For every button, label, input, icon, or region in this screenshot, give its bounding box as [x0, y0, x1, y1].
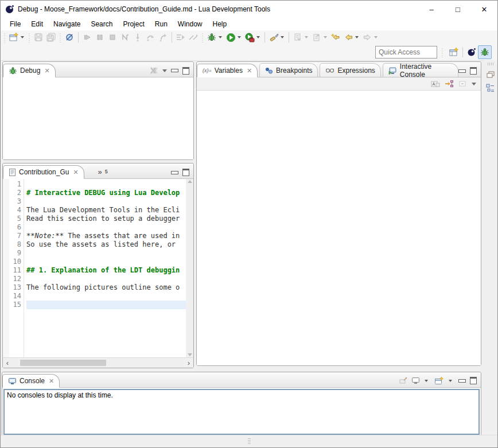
- menu-navigate[interactable]: Navigate: [49, 19, 85, 29]
- forward-button[interactable]: [361, 31, 374, 44]
- editor-overflow-chevron[interactable]: »5: [84, 165, 113, 178]
- console-content[interactable]: No consoles to display at this time.: [3, 389, 480, 435]
- editor-text-area[interactable]: # Interactive DEBUG using Lua Develop Th…: [24, 179, 186, 357]
- mark-occurrences-dropdown[interactable]: [281, 36, 284, 38]
- editor-line[interactable]: **Note:** The assets that are used in: [26, 232, 186, 240]
- scroll-up-icon[interactable]: [188, 180, 192, 183]
- resume-button[interactable]: [81, 31, 94, 44]
- view-menu-icon[interactable]: [162, 69, 167, 72]
- suspend-button[interactable]: [94, 31, 106, 44]
- editor-line[interactable]: So use the assets as listed here, or: [26, 240, 186, 249]
- horizontal-scrollbar[interactable]: ‹ ›: [3, 357, 193, 368]
- vertical-scrollbar[interactable]: [186, 179, 193, 357]
- minimize-window-button[interactable]: –: [418, 1, 445, 18]
- editor-line[interactable]: The following pictures outline some o: [26, 283, 186, 292]
- menu-window[interactable]: Window: [173, 19, 207, 29]
- maximize-view-icon[interactable]: [182, 67, 189, 75]
- close-tab-icon[interactable]: ✕: [73, 169, 78, 176]
- run-button[interactable]: [224, 31, 237, 44]
- external-tools-button[interactable]: [243, 31, 256, 44]
- step-into-button[interactable]: [131, 31, 144, 44]
- lua-perspective-button[interactable]: [465, 46, 478, 59]
- debug-perspective-button[interactable]: [478, 45, 492, 59]
- show-logical-structure-icon[interactable]: [445, 80, 454, 88]
- close-tab-icon[interactable]: ✕: [247, 67, 252, 75]
- scroll-right-icon[interactable]: ›: [184, 359, 193, 367]
- editor-line-heading[interactable]: # Interactive DEBUG using Lua Develop: [26, 189, 186, 197]
- variables-view-content[interactable]: [197, 91, 481, 365]
- editor-line[interactable]: [26, 223, 186, 232]
- editor-line[interactable]: [26, 275, 186, 283]
- use-step-filters-button[interactable]: [174, 31, 187, 44]
- view-menu-icon[interactable]: [472, 83, 476, 85]
- quick-access-input[interactable]: [375, 46, 437, 59]
- scrollbar-thumb[interactable]: [20, 360, 106, 366]
- remove-all-terminated-icon[interactable]: [149, 67, 158, 75]
- maximize-view-icon[interactable]: [182, 169, 189, 176]
- tab-expressions[interactable]: Expressions: [320, 63, 380, 77]
- editor-line[interactable]: The Lua Development Tools in the Ecli: [26, 206, 186, 215]
- editor-line[interactable]: [26, 258, 186, 266]
- save-all-button[interactable]: [45, 31, 57, 44]
- tab-contribution-guide[interactable]: Contribution_Gu ✕: [3, 165, 84, 179]
- step-return-button[interactable]: [157, 31, 169, 44]
- close-tab-icon[interactable]: ✕: [44, 67, 49, 75]
- editor-line[interactable]: [26, 197, 186, 206]
- scroll-down-icon[interactable]: [188, 353, 192, 356]
- tab-variables[interactable]: (x)= Variables ✕: [197, 64, 258, 77]
- skip-all-breakpoints-button[interactable]: [63, 31, 76, 44]
- debug-button[interactable]: [205, 31, 218, 44]
- new-wizard-button[interactable]: [7, 31, 20, 44]
- menu-run[interactable]: Run: [150, 19, 172, 29]
- show-type-names-icon[interactable]: [431, 80, 440, 88]
- previous-annotation-button[interactable]: [310, 31, 323, 44]
- restore-views-icon[interactable]: [487, 71, 495, 78]
- mark-occurrences-button[interactable]: [267, 31, 280, 44]
- outline-view-icon[interactable]: [486, 84, 495, 93]
- status-drag-handle[interactable]: [248, 438, 251, 445]
- open-perspective-button[interactable]: [448, 46, 460, 59]
- editor-line[interactable]: [26, 292, 186, 301]
- maximize-view-icon[interactable]: [470, 377, 477, 384]
- tab-breakpoints[interactable]: Breakpoints: [259, 63, 318, 77]
- minimize-view-icon[interactable]: [458, 69, 466, 73]
- debug-dropdown[interactable]: [219, 36, 222, 38]
- editor-line-heading[interactable]: ## 1. Explanation of the LDT debuggin: [26, 266, 186, 275]
- collapse-all-icon[interactable]: [458, 80, 467, 88]
- next-annotation-button[interactable]: [291, 31, 304, 44]
- editor-line[interactable]: Read this section to setup a debugger: [26, 215, 186, 223]
- step-over-button[interactable]: [144, 31, 157, 44]
- external-tools-dropdown[interactable]: [256, 36, 260, 38]
- display-selected-console-icon[interactable]: [411, 377, 420, 384]
- minimize-view-icon[interactable]: [171, 171, 178, 174]
- menu-search[interactable]: Search: [86, 19, 117, 29]
- editor-line[interactable]: [26, 249, 186, 258]
- display-console-dropdown[interactable]: [425, 380, 428, 382]
- close-window-button[interactable]: ✕: [471, 1, 497, 18]
- close-tab-icon[interactable]: ✕: [49, 377, 54, 385]
- editor-current-line[interactable]: [26, 301, 186, 309]
- save-button[interactable]: [32, 31, 45, 44]
- maximize-view-icon[interactable]: [470, 67, 477, 75]
- terminate-button[interactable]: [106, 31, 119, 44]
- maximize-window-button[interactable]: □: [445, 1, 471, 18]
- previous-annotation-dropdown[interactable]: [324, 36, 327, 38]
- back-dropdown[interactable]: [355, 36, 359, 38]
- menu-edit[interactable]: Edit: [26, 19, 48, 29]
- minimize-view-icon[interactable]: [458, 379, 466, 383]
- back-button[interactable]: [342, 31, 355, 44]
- tab-debug[interactable]: Debug ✕: [3, 64, 56, 77]
- debug-instruction-pointer-button[interactable]: [187, 31, 200, 44]
- menu-project[interactable]: Project: [118, 19, 149, 29]
- editor-line[interactable]: [26, 180, 186, 189]
- debug-view-content[interactable]: [3, 77, 193, 159]
- scroll-left-icon[interactable]: ‹: [3, 359, 12, 367]
- minimize-view-icon[interactable]: [171, 69, 178, 72]
- last-edit-location-button[interactable]: [329, 31, 342, 44]
- pin-console-icon[interactable]: [399, 377, 407, 384]
- menu-help[interactable]: Help: [208, 19, 232, 29]
- run-dropdown[interactable]: [238, 36, 241, 38]
- forward-dropdown[interactable]: [374, 36, 378, 38]
- new-wizard-dropdown[interactable]: [21, 36, 24, 38]
- open-console-icon[interactable]: [434, 376, 444, 385]
